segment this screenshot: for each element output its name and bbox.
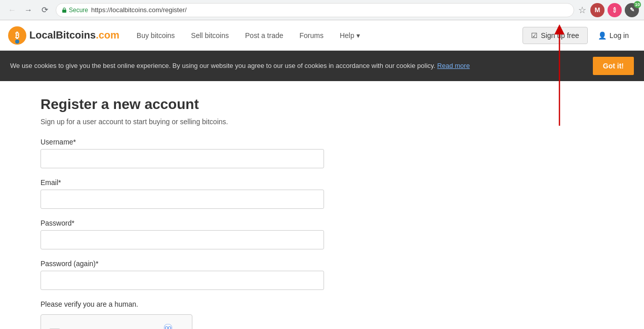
username-input[interactable]	[41, 149, 324, 168]
main-content: Register a new account Sign up for a use…	[0, 81, 456, 329]
login-label: Log in	[610, 31, 629, 40]
nav-post-trade[interactable]: Post a trade	[238, 27, 291, 44]
password-again-input[interactable]	[41, 271, 324, 290]
extension-pen-icon[interactable]: ✎ 10	[625, 3, 639, 17]
nav-links: Buy bitcoins Sell bitcoins Post a trade …	[130, 27, 523, 44]
verify-label: Please verify you are a human.	[41, 300, 415, 308]
forward-button[interactable]: →	[21, 3, 35, 17]
captcha-group: Please verify you are a human. I'm not a…	[41, 300, 415, 329]
password-label: Password*	[41, 219, 415, 227]
email-input[interactable]	[41, 190, 324, 209]
url-text: https://localbitcoins.com/register/	[91, 6, 187, 14]
extension-badge: 10	[634, 1, 641, 8]
nav-forums[interactable]: Forums	[293, 27, 331, 44]
svg-text:₿: ₿	[15, 31, 19, 40]
cookie-message: We use cookies to give you the best onli…	[10, 62, 435, 69]
svg-rect-0	[62, 10, 66, 13]
register-form: Username* Email* Password* Password (aga…	[41, 138, 415, 329]
browser-chrome: ← → ⟳ Secure https://localbitcoins.com/r…	[0, 0, 644, 20]
back-button[interactable]: ←	[5, 3, 19, 17]
recaptcha-logo-icon: ♾	[163, 322, 173, 329]
bookmark-star-icon[interactable]: ☆	[578, 5, 586, 16]
extension-m-icon[interactable]: M	[590, 3, 605, 17]
browser-nav-buttons: ← → ⟳	[5, 3, 52, 17]
nav-help[interactable]: Help ▾	[333, 27, 367, 44]
navbar: ₿ LocalBitcoins.com Buy bitcoins Sell bi…	[0, 20, 644, 51]
username-group: Username*	[41, 138, 415, 168]
browser-extensions: M ₿ ✎ 10	[590, 3, 639, 17]
svg-point-3	[15, 40, 19, 44]
secure-badge: Secure	[61, 7, 88, 14]
person-icon: 👤	[598, 31, 607, 40]
extension-btc-icon[interactable]: ₿	[608, 3, 622, 17]
logo-text: LocalBitcoins.com	[29, 29, 119, 41]
password-again-label: Password (again)*	[41, 260, 415, 268]
lock-icon	[61, 7, 67, 13]
captcha-right: ♾ reCAPTCHA Privacy - Terms	[152, 322, 184, 329]
address-bar[interactable]: Secure https://localbitcoins.com/registe…	[56, 3, 574, 17]
logo-domain: .com	[96, 29, 119, 41]
username-label: Username*	[41, 138, 415, 146]
cookie-banner: We use cookies to give you the best onli…	[0, 51, 644, 81]
nav-right: ☑ Sign up free 👤 Log in	[522, 27, 636, 44]
nav-buy-bitcoins[interactable]: Buy bitcoins	[130, 27, 182, 44]
secure-label: Secure	[69, 7, 88, 14]
password-input[interactable]	[41, 230, 324, 249]
reload-button[interactable]: ⟳	[37, 3, 52, 17]
password-again-group: Password (again)*	[41, 260, 415, 290]
cookie-text: We use cookies to give you the best onli…	[10, 61, 588, 71]
captcha-box[interactable]: I'm not a robot ♾ reCAPTCHA Privacy - Te…	[41, 314, 192, 329]
signup-button[interactable]: ☑ Sign up free	[522, 27, 588, 44]
login-button[interactable]: 👤 Log in	[591, 27, 636, 44]
page-title: Register a new account	[41, 96, 415, 113]
got-it-button[interactable]: Got it!	[593, 57, 634, 75]
page-subtitle: Sign up for a user account to start buyi…	[41, 118, 415, 126]
logo-area[interactable]: ₿ LocalBitcoins.com	[8, 26, 119, 45]
signup-icon: ☑	[531, 31, 538, 40]
email-group: Email*	[41, 178, 415, 209]
read-more-link[interactable]: Read more	[437, 62, 470, 69]
nav-sell-bitcoins[interactable]: Sell bitcoins	[184, 27, 236, 44]
logo-icon: ₿	[8, 26, 26, 45]
password-group: Password*	[41, 219, 415, 249]
signup-label: Sign up free	[541, 31, 579, 40]
email-label: Email*	[41, 178, 415, 187]
